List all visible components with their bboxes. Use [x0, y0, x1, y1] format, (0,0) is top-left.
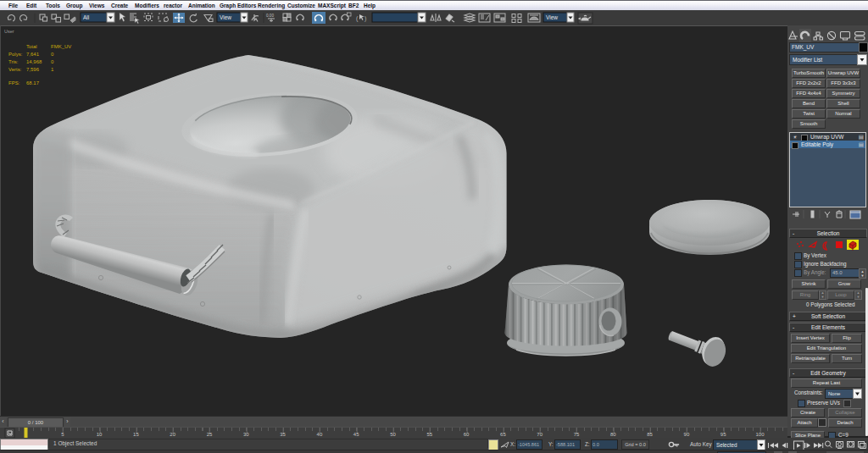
svg-text:): ) [364, 15, 366, 22]
svg-text:View: View [546, 14, 558, 20]
svg-text:View: View [220, 14, 231, 20]
svg-text:(: ( [356, 15, 359, 22]
svg-text:All: All [83, 14, 90, 20]
svg-text:0.00: 0.00 [266, 14, 274, 18]
